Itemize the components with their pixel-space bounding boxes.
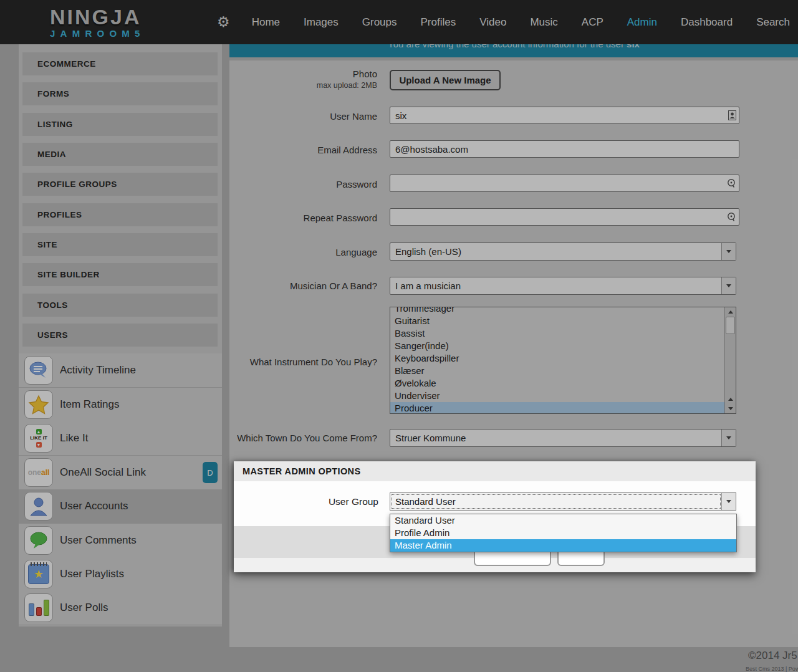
nav-item-admin[interactable]: Admin bbox=[615, 16, 669, 29]
nav-item-home[interactable]: Home bbox=[240, 16, 292, 29]
key-icon bbox=[726, 178, 736, 191]
chevron-down-icon[interactable] bbox=[721, 430, 736, 446]
sidebar-item-like-it[interactable]: ▲ LIKE IT ▼ Like It bbox=[19, 421, 222, 456]
user-group-label: User Group bbox=[223, 496, 378, 507]
email-field-wrap bbox=[390, 140, 739, 158]
repeat-password-input[interactable] bbox=[390, 208, 739, 226]
nav-item-music[interactable]: Music bbox=[518, 16, 569, 29]
email-label: Email Address bbox=[221, 145, 377, 155]
repeat-password-field-wrap bbox=[390, 208, 739, 226]
nav-item-profiles[interactable]: Profiles bbox=[409, 16, 468, 29]
listbox-option[interactable]: Trommeslager bbox=[390, 307, 724, 315]
chevron-down-icon[interactable] bbox=[721, 243, 736, 260]
scroll-up-icon[interactable] bbox=[725, 395, 736, 404]
nav-item-acp[interactable]: ACP bbox=[570, 16, 615, 29]
photo-max-upload: max upload: 2MB bbox=[221, 81, 377, 90]
language-select[interactable]: English (en-US) bbox=[390, 242, 736, 261]
musician-label: Musician Or A Band? bbox=[221, 281, 377, 291]
musician-select[interactable]: I am a musician bbox=[390, 277, 736, 295]
sidebar-cat-forms[interactable]: FORMS bbox=[22, 82, 218, 105]
master-admin-title: MASTER ADMIN OPTIONS bbox=[234, 461, 756, 481]
scrollbar-thumb[interactable] bbox=[726, 317, 735, 334]
playlist-icon: ★ bbox=[24, 560, 53, 588]
sidebar-cat-ecommerce[interactable]: ECOMMERCE bbox=[22, 52, 218, 75]
repeat-password-label: Repeat Password bbox=[221, 213, 377, 223]
info-banner-username: six bbox=[627, 44, 640, 49]
sidebar-cat-media[interactable]: MEDIA bbox=[22, 143, 218, 166]
sidebar-item-user-accounts[interactable]: User Accounts bbox=[19, 489, 222, 524]
sidebar: ECOMMERCE FORMS LISTING MEDIA PROFILE GR… bbox=[19, 44, 222, 626]
chevron-down-icon[interactable] bbox=[721, 493, 736, 510]
town-select[interactable]: Struer Kommune bbox=[390, 429, 736, 447]
town-label: Which Town Do You Come From? bbox=[221, 433, 377, 443]
sidebar-item-oneall-social-link[interactable]: oneall OneAll Social Link D bbox=[19, 456, 222, 490]
like-it-icon: ▲ LIKE IT ▼ bbox=[24, 424, 53, 453]
logo-line2: JAMROOM5 bbox=[50, 29, 145, 38]
sidebar-item-activity-timeline[interactable]: Activity Timeline bbox=[19, 353, 222, 388]
sidebar-item-label: Like It bbox=[60, 421, 88, 455]
listbox-option-selected[interactable]: Producer bbox=[390, 402, 724, 413]
instruments-listbox[interactable]: Trommeslager Guitarist Bassist Sanger(in… bbox=[390, 307, 736, 414]
listbox-option[interactable]: Sanger(inde) bbox=[390, 340, 724, 352]
nav-item-dashboard[interactable]: Dashboard bbox=[669, 16, 744, 29]
sidebar-item-label: User Accounts bbox=[60, 489, 128, 523]
top-nav: NINGJA JAMROOM5 ⚙ Home Images Groups Pro… bbox=[0, 0, 798, 44]
sidebar-item-label: Item Ratings bbox=[60, 388, 119, 421]
sidebar-cat-profile-groups[interactable]: PROFILE GROUPS bbox=[22, 173, 218, 196]
scroll-down-icon[interactable] bbox=[725, 404, 736, 413]
sidebar-item-label: User Playlists bbox=[60, 557, 124, 591]
thumb-down-icon: ▼ bbox=[36, 442, 42, 448]
dropdown-option-standard-user[interactable]: Standard User bbox=[390, 514, 736, 527]
listbox-option[interactable]: Guitarist bbox=[390, 315, 724, 327]
listbox-option[interactable]: Øvelokale bbox=[390, 377, 724, 390]
nav-item-video[interactable]: Video bbox=[468, 16, 518, 29]
password-label: Password bbox=[221, 179, 377, 190]
sidebar-cat-site[interactable]: SITE bbox=[22, 233, 218, 256]
nav-item-images[interactable]: Images bbox=[292, 16, 350, 29]
sidebar-item-user-polls[interactable]: User Polls bbox=[19, 591, 222, 625]
user-icon bbox=[24, 492, 53, 521]
listbox-option[interactable]: Bassist bbox=[390, 327, 724, 340]
user-name-input[interactable] bbox=[390, 107, 739, 124]
upload-image-button[interactable]: Upload A New Image bbox=[390, 70, 501, 90]
sidebar-item-label: User Polls bbox=[60, 591, 108, 625]
listbox-option[interactable]: Blæser bbox=[390, 365, 724, 377]
listbox-scrollbar[interactable] bbox=[724, 307, 736, 413]
user-group-select[interactable]: Standard User bbox=[390, 492, 736, 511]
user-group-dropdown: Standard User Profile Admin Master Admin bbox=[390, 514, 737, 552]
copyright-text: ©2014 Jr5 bbox=[748, 650, 797, 662]
chevron-down-icon[interactable] bbox=[721, 277, 736, 294]
info-banner-text: You are viewing the user account informa… bbox=[229, 44, 798, 49]
user-name-field-wrap bbox=[390, 107, 739, 124]
password-input[interactable] bbox=[390, 175, 739, 192]
sidebar-cat-users[interactable]: USERS bbox=[22, 324, 218, 347]
photo-label: Photo max upload: 2MB bbox=[221, 69, 377, 90]
sidebar-item-user-playlists[interactable]: ★ User Playlists bbox=[19, 557, 222, 592]
sidebar-item-item-ratings[interactable]: Item Ratings bbox=[19, 388, 222, 422]
listbox-option[interactable]: Underviser bbox=[390, 390, 724, 402]
gear-icon[interactable]: ⚙ bbox=[207, 14, 240, 31]
poll-chart-icon bbox=[24, 593, 53, 622]
star-icon bbox=[24, 390, 53, 419]
sidebar-cat-profiles[interactable]: PROFILES bbox=[22, 203, 218, 226]
comment-green-icon bbox=[24, 526, 53, 555]
nav-item-search[interactable]: Search bbox=[744, 16, 798, 29]
username-field-icon bbox=[728, 110, 736, 123]
listbox-option[interactable]: Keyboardspiller bbox=[390, 352, 724, 365]
thumb-up-icon: ▲ bbox=[36, 429, 42, 434]
email-input[interactable] bbox=[390, 140, 739, 158]
dropdown-option-master-admin[interactable]: Master Admin bbox=[390, 539, 736, 552]
password-field-wrap bbox=[390, 175, 739, 192]
sidebar-cat-tools[interactable]: TOOLS bbox=[22, 294, 218, 317]
sidebar-item-user-comments[interactable]: User Comments bbox=[19, 524, 222, 558]
user-name-label: User Name bbox=[221, 111, 377, 122]
sidebar-cat-site-builder[interactable]: SITE BUILDER bbox=[22, 263, 218, 286]
key-icon bbox=[726, 212, 736, 224]
oneall-icon: oneall bbox=[24, 458, 53, 487]
nav-item-groups[interactable]: Groups bbox=[350, 16, 409, 29]
scroll-up-icon[interactable] bbox=[725, 307, 736, 317]
sidebar-item-label: User Comments bbox=[60, 524, 137, 557]
sidebar-cat-listing[interactable]: LISTING bbox=[22, 113, 218, 136]
nav-menu: ⚙ Home Images Groups Profiles Video Musi… bbox=[207, 0, 798, 44]
dropdown-option-profile-admin[interactable]: Profile Admin bbox=[390, 527, 736, 539]
